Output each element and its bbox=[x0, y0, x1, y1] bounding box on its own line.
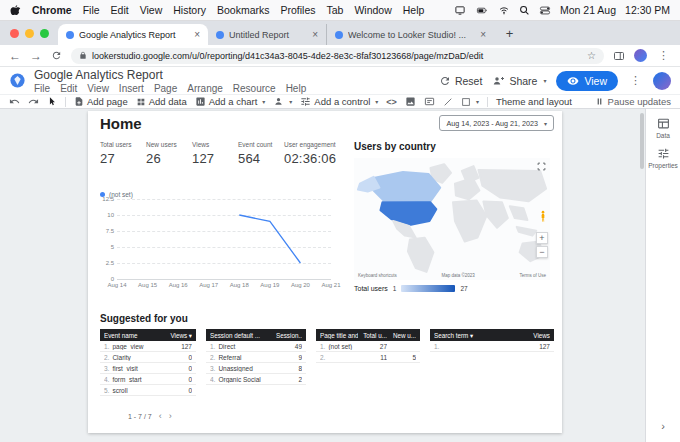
table-header[interactable]: Session... bbox=[276, 332, 302, 339]
url-embed-tool[interactable]: <> bbox=[386, 97, 397, 107]
tab-close-icon[interactable]: × bbox=[480, 29, 486, 40]
tab-close-icon[interactable]: × bbox=[312, 29, 318, 40]
pause-updates-button[interactable]: Pause updates bbox=[595, 96, 671, 107]
image-tool[interactable] bbox=[405, 96, 416, 107]
menu-edit[interactable]: Edit bbox=[60, 83, 77, 94]
browser-profile-avatar[interactable] bbox=[634, 49, 647, 62]
macos-menu-tab[interactable]: Tab bbox=[326, 4, 343, 16]
table-header[interactable]: Event name bbox=[104, 332, 163, 339]
table-header[interactable]: Views ▾ bbox=[166, 332, 192, 339]
screen-mirroring-icon[interactable] bbox=[454, 5, 466, 16]
add-page-button[interactable]: Add page bbox=[74, 96, 128, 107]
map-zoom-out-button[interactable]: − bbox=[536, 246, 548, 258]
street-view-pegman-icon[interactable] bbox=[539, 210, 547, 223]
macos-menu-file[interactable]: File bbox=[83, 4, 100, 16]
page-title[interactable]: Home bbox=[100, 115, 142, 132]
line-tool[interactable] bbox=[443, 97, 453, 107]
macos-menu-view[interactable]: View bbox=[140, 4, 163, 16]
table-header[interactable]: Session default ... bbox=[210, 332, 273, 339]
table-header[interactable]: Search term ▾ bbox=[434, 332, 521, 339]
previous-page-icon[interactable]: ‹ bbox=[159, 411, 162, 421]
menu-arrange[interactable]: Arrange bbox=[187, 83, 223, 94]
redo-button[interactable] bbox=[28, 96, 39, 107]
header-more-options-icon[interactable]: ⋮ bbox=[628, 74, 643, 87]
tab-google-analytics-report[interactable]: Google Analytics Report × bbox=[58, 24, 208, 45]
forward-button[interactable]: → bbox=[30, 50, 42, 62]
menu-bar-date[interactable]: Mon 21 Aug bbox=[560, 4, 616, 16]
table-header[interactable]: Page title and s... bbox=[320, 332, 358, 339]
side-panel-icon[interactable] bbox=[613, 50, 625, 62]
macos-menu-window[interactable]: Window bbox=[354, 4, 391, 16]
panel-tab-properties[interactable]: Properties bbox=[646, 139, 680, 169]
bookmark-star-icon[interactable]: ☆ bbox=[587, 50, 596, 61]
spotlight-search-icon[interactable] bbox=[519, 5, 530, 16]
fullscreen-icon[interactable] bbox=[537, 162, 546, 171]
account-avatar[interactable] bbox=[653, 72, 671, 90]
theme-and-layout-button[interactable]: Theme and layout bbox=[496, 96, 572, 107]
add-chart-button[interactable]: Add a chart ▾ bbox=[195, 96, 266, 107]
macos-menu-bookmarks[interactable]: Bookmarks bbox=[217, 4, 270, 16]
map-zoom-in-button[interactable]: + bbox=[536, 232, 548, 244]
tab-welcome-looker-studio[interactable]: Welcome to Looker Studio! ... × bbox=[326, 24, 494, 45]
select-cursor-tool[interactable] bbox=[47, 96, 57, 107]
suggested-table-3[interactable]: Search term ▾Views1.127 bbox=[430, 329, 554, 396]
scorecard-views[interactable]: Views127 bbox=[192, 141, 238, 166]
menu-view[interactable]: View bbox=[87, 83, 109, 94]
share-button[interactable]: Share ▾ bbox=[492, 75, 546, 87]
table-header[interactable]: New u... bbox=[390, 332, 416, 339]
macos-menu-help[interactable]: Help bbox=[403, 4, 425, 16]
terms-of-use-link[interactable]: Terms of Use bbox=[519, 273, 546, 278]
macos-menu-edit[interactable]: Edit bbox=[111, 4, 129, 16]
add-data-button[interactable]: Add data bbox=[136, 96, 187, 107]
next-page-icon[interactable]: › bbox=[169, 411, 172, 421]
scorecard-user-engagement[interactable]: User engagement02:36:06 bbox=[284, 141, 348, 166]
canvas-scrollbar[interactable] bbox=[640, 113, 644, 169]
window-close-button[interactable] bbox=[10, 29, 19, 38]
menu-resource[interactable]: Resource bbox=[233, 83, 276, 94]
suggested-table-2[interactable]: Page title and s...Total u...New u...1.(… bbox=[316, 329, 420, 396]
wifi-icon[interactable] bbox=[498, 5, 510, 16]
undo-button[interactable] bbox=[9, 96, 20, 107]
menu-file[interactable]: File bbox=[34, 83, 50, 94]
text-tool[interactable] bbox=[424, 96, 435, 107]
table-header[interactable]: Views bbox=[524, 332, 550, 339]
menu-bar-time[interactable]: 12:30 PM bbox=[625, 4, 670, 16]
new-tab-button[interactable]: + bbox=[501, 25, 518, 42]
window-minimize-button[interactable] bbox=[25, 29, 34, 38]
report-canvas[interactable]: Home Aug 14, 2023 - Aug 21, 2023 ▾ Total… bbox=[0, 109, 645, 442]
table-header[interactable]: Total u... bbox=[361, 332, 387, 339]
apple-logo-icon[interactable] bbox=[10, 4, 21, 16]
macos-menu-profiles[interactable]: Profiles bbox=[280, 4, 315, 16]
browser-menu-icon[interactable]: ⋮ bbox=[656, 49, 671, 62]
geo-chart[interactable]: Users by country bbox=[354, 141, 550, 292]
site-security-icon[interactable] bbox=[79, 51, 87, 60]
reset-button[interactable]: Reset bbox=[439, 75, 482, 87]
battery-icon[interactable] bbox=[475, 5, 489, 16]
looker-studio-logo[interactable] bbox=[9, 72, 26, 89]
panel-collapse-chevron[interactable]: › bbox=[646, 420, 680, 432]
menu-insert[interactable]: Insert bbox=[119, 83, 144, 94]
timeseries-plot[interactable]: 02.557.51012.5 bbox=[117, 199, 331, 279]
community-visualizations-button[interactable]: ▾ bbox=[273, 96, 292, 107]
suggested-table-0[interactable]: Event nameViews ▾1.page_view1272.Clarity… bbox=[100, 329, 196, 396]
url-text[interactable]: lookerstudio.google.com/u/0/reporting/d4… bbox=[92, 51, 582, 61]
reload-button[interactable] bbox=[51, 50, 62, 61]
address-bar[interactable]: lookerstudio.google.com/u/0/reporting/d4… bbox=[71, 48, 604, 64]
timeseries-chart[interactable]: (not set) 02.557.51012.5 Aug 14Aug 15Aug… bbox=[100, 189, 342, 291]
macos-menu-history[interactable]: History bbox=[173, 4, 206, 16]
tab-close-icon[interactable]: × bbox=[194, 29, 200, 40]
report-page[interactable]: Home Aug 14, 2023 - Aug 21, 2023 ▾ Total… bbox=[88, 111, 562, 433]
scorecard-total-users[interactable]: Total users27 bbox=[100, 141, 146, 166]
menu-page[interactable]: Page bbox=[154, 83, 177, 94]
shape-tool[interactable]: ▾ bbox=[461, 97, 479, 107]
menu-help[interactable]: Help bbox=[286, 83, 307, 94]
back-button[interactable]: ← bbox=[9, 50, 21, 62]
scorecard-new-users[interactable]: New users26 bbox=[146, 141, 192, 166]
tab-untitled-report[interactable]: Untitled Report × bbox=[208, 24, 326, 45]
suggested-table-1[interactable]: Session default ...Session...1.Direct492… bbox=[206, 329, 306, 396]
window-zoom-button[interactable] bbox=[40, 29, 49, 38]
keyboard-shortcuts-link[interactable]: Keyboard shortcuts bbox=[358, 273, 397, 278]
macos-menu-chrome[interactable]: Chrome bbox=[32, 4, 72, 16]
panel-tab-data[interactable]: Data bbox=[646, 109, 680, 139]
date-range-control[interactable]: Aug 14, 2023 - Aug 21, 2023 ▾ bbox=[439, 115, 554, 131]
